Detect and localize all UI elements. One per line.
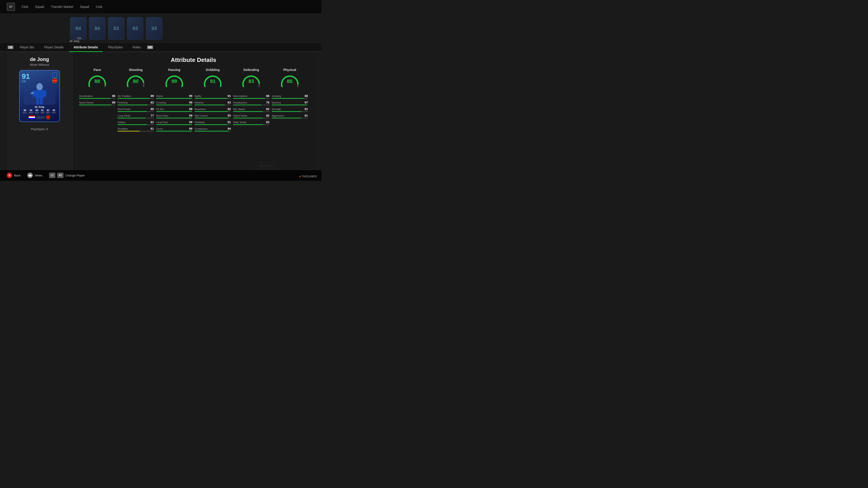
attr-name-5-0: Jumping bbox=[272, 95, 281, 97]
card-stat-pac: 88 PAC bbox=[23, 109, 27, 114]
card-rating: 91 bbox=[22, 73, 30, 80]
attr-name-3-1: Balance bbox=[195, 101, 204, 104]
mini-card-4[interactable]: 93 bbox=[127, 17, 143, 40]
mini-card-2[interactable]: 94 bbox=[89, 17, 105, 40]
attr-name-2-5: Curve bbox=[156, 127, 163, 130]
gauge-0: 88 bbox=[87, 73, 107, 87]
tab-attribute-details[interactable]: Attribute Details bbox=[69, 43, 103, 52]
attr-bar-2-4 bbox=[156, 124, 192, 125]
attr-value-1-1: 83 bbox=[151, 101, 154, 104]
change-player-button[interactable]: LT RT Change Player bbox=[49, 173, 85, 178]
back-label: Back bbox=[14, 174, 21, 177]
card-stat-def: 83 DEF bbox=[46, 109, 50, 114]
rt-button-icon: RT bbox=[57, 173, 64, 178]
top-navigation: U7 Club Squad Transfer Market Squad Club bbox=[0, 0, 321, 14]
mini-card-1[interactable]: 94 bbox=[70, 17, 86, 40]
attr-name-3-2: Reactions bbox=[195, 108, 206, 110]
category-physical: Physical 85 bbox=[272, 68, 308, 89]
attr-bar-1-4 bbox=[118, 124, 147, 125]
attr-row-2-0: Vision99 bbox=[156, 93, 192, 100]
mini-card-5[interactable]: 93 bbox=[146, 17, 162, 40]
nav-club[interactable]: Club bbox=[22, 5, 28, 8]
attr-value-3-3: 93 bbox=[228, 114, 231, 117]
attr-name-2-1: Crossing bbox=[156, 101, 166, 104]
attr-name-1-1: Finishing bbox=[118, 101, 127, 104]
svg-rect-3 bbox=[43, 90, 46, 97]
attr-bar-2-1 bbox=[156, 105, 192, 105]
attr-row-1-4: Volleys81 bbox=[118, 120, 154, 126]
attr-value-5-3: 81 bbox=[305, 114, 308, 117]
attr-name-2-2: FK Acc. bbox=[156, 108, 165, 110]
attr-col-2: Vision99Crossing99FK Acc.99Short Pass99L… bbox=[156, 93, 192, 133]
attr-row-1-3: Long Shots77 bbox=[118, 113, 154, 120]
thegamer-logo: ● THEGAMER bbox=[299, 175, 317, 178]
views-label: Views bbox=[35, 174, 42, 177]
player-panel: de Jong Winter Wildcard 91 CM L FCB bbox=[7, 52, 72, 178]
category-label-0: Pace bbox=[94, 68, 101, 72]
attr-value-4-2: 82 bbox=[266, 107, 269, 111]
attr-col-1: Att. Position89Finishing83Shot Power80Lo… bbox=[118, 93, 154, 133]
b-button-icon: B bbox=[7, 173, 12, 178]
attr-bar-3-4 bbox=[195, 124, 228, 125]
nav-squad[interactable]: Squad bbox=[35, 5, 44, 8]
tab-player-bio[interactable]: Player Bio bbox=[15, 43, 39, 52]
attr-bar-4-3 bbox=[233, 118, 263, 119]
attr-row-4-3: Stand Tackle82 bbox=[233, 113, 269, 120]
gauge-value-4: 83 bbox=[248, 78, 254, 84]
tab-player-details[interactable]: Player Details bbox=[39, 43, 68, 52]
attr-value-2-2: 99 bbox=[189, 107, 192, 111]
attr-bar-4-0 bbox=[233, 98, 265, 99]
category-label-3: Dribbling bbox=[206, 68, 219, 72]
attr-row-1-0: Att. Position89 bbox=[118, 93, 154, 100]
attr-bar-3-1 bbox=[195, 105, 225, 105]
attr-row-2-1: Crossing99 bbox=[156, 100, 192, 106]
attr-name-5-2: Strength bbox=[272, 108, 281, 110]
card-player-name: de Jong bbox=[35, 105, 44, 108]
nav-squad2[interactable]: Squad bbox=[80, 5, 89, 8]
attr-bar-3-2 bbox=[195, 111, 228, 112]
category-label-2: Passing bbox=[168, 68, 180, 72]
tab-playstyles[interactable]: PlayStyles bbox=[103, 43, 127, 52]
card-stat-pas: 99 PAS bbox=[35, 109, 39, 114]
attr-row-5-0: Jumping88 bbox=[272, 93, 308, 100]
attr-value-0-1: 89 bbox=[112, 101, 115, 104]
attr-value-3-5: 94 bbox=[228, 127, 231, 130]
attr-row-4-4: Slide Tackle83 bbox=[233, 120, 269, 126]
attr-value-2-5: 99 bbox=[189, 127, 192, 130]
card-stat-dri: 91 DRI bbox=[41, 109, 44, 114]
attr-row-3-5: Composure94 bbox=[195, 126, 231, 133]
attr-bar-4-2 bbox=[233, 111, 263, 112]
attr-name-3-5: Composure bbox=[195, 127, 208, 130]
svg-point-0 bbox=[36, 83, 43, 90]
attr-bar-1-0 bbox=[118, 98, 150, 99]
country-flag bbox=[29, 116, 35, 119]
tab-navigation: LB Player Bio Player Details Attribute D… bbox=[0, 43, 321, 52]
category-dribbling: Dribbling 91 bbox=[195, 68, 231, 89]
back-button[interactable]: B Back bbox=[7, 173, 21, 178]
attr-bar-2-2 bbox=[156, 111, 192, 112]
nav-transfer-market[interactable]: Transfer Market bbox=[51, 5, 73, 8]
attr-value-2-4: 99 bbox=[189, 121, 192, 124]
attr-row-5-3: Aggression81 bbox=[272, 113, 308, 120]
card-stats-row: 88 PAC 80 SHO 99 PAS 91 DRI 83 DEF bbox=[23, 109, 56, 114]
nav-club2[interactable]: Club bbox=[96, 5, 102, 8]
attr-bar-2-3 bbox=[156, 118, 192, 119]
attr-row-5-2: Strength81 bbox=[272, 106, 308, 113]
svg-rect-5 bbox=[40, 98, 43, 105]
views-button[interactable]: ◀▶ Views bbox=[27, 173, 42, 178]
card-badges: LALIGA B bbox=[29, 115, 50, 119]
player-name-header: de Jong bbox=[70, 39, 79, 43]
attr-bar-0-1 bbox=[79, 105, 112, 105]
lt-button-icon: LT bbox=[49, 173, 55, 178]
tab-roles[interactable]: Roles bbox=[128, 43, 145, 52]
attr-bar-5-0 bbox=[272, 98, 304, 99]
attr-row-3-1: Balance83 bbox=[195, 100, 231, 106]
attr-name-4-2: Def. Aware bbox=[233, 108, 245, 110]
attr-name-0-0: Acceleration bbox=[79, 95, 93, 97]
svg-rect-4 bbox=[36, 98, 39, 105]
attributes-panel: Attribute Details Pace 88Shooting 80Pass… bbox=[72, 52, 315, 178]
category-shooting: Shooting 80 bbox=[118, 68, 154, 89]
player-card-type: Winter Wildcard bbox=[30, 63, 49, 66]
change-player-label: Change Player bbox=[65, 174, 85, 177]
mini-card-3[interactable]: 93 bbox=[108, 17, 124, 40]
